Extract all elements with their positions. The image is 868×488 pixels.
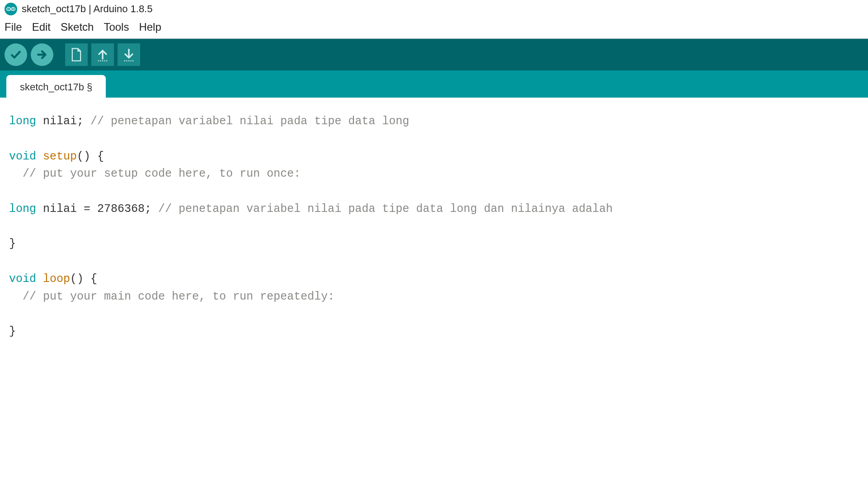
code-comment: // penetapan variabel nilai pada tipe da… — [158, 202, 613, 216]
save-sketch-button[interactable] — [118, 43, 140, 66]
code-text — [36, 272, 43, 286]
code-keyword: long — [9, 202, 36, 216]
toolbar — [0, 39, 868, 70]
window-titlebar: sketch_oct17b | Arduino 1.8.5 — [0, 0, 868, 18]
code-keyword: long — [9, 115, 36, 128]
new-sketch-button[interactable] — [65, 43, 88, 66]
code-function: setup — [43, 150, 77, 163]
upload-button[interactable] — [31, 43, 53, 66]
menu-edit[interactable]: Edit — [32, 21, 51, 33]
code-text: nilai; — [36, 115, 90, 128]
code-text — [36, 150, 43, 163]
code-text: } — [9, 325, 16, 338]
tab-sketch[interactable]: sketch_oct17b § — [6, 75, 106, 98]
code-comment: // put your main code here, to run repea… — [9, 290, 335, 303]
code-text: () { — [77, 150, 104, 163]
menubar: File Edit Sketch Tools Help — [0, 18, 868, 39]
code-keyword: void — [9, 272, 36, 286]
file-icon — [70, 47, 83, 62]
code-text: nilai = 2786368; — [36, 202, 158, 216]
arduino-logo-icon — [5, 3, 17, 15]
code-text: () { — [70, 272, 97, 286]
tabbar: sketch_oct17b § — [0, 70, 868, 98]
code-comment: // put your setup code here, to run once… — [9, 167, 301, 180]
code-editor[interactable]: long nilai; // penetapan variabel nilai … — [0, 98, 868, 356]
open-sketch-button[interactable] — [91, 43, 114, 66]
menu-sketch[interactable]: Sketch — [61, 21, 94, 33]
arrow-down-icon — [123, 47, 135, 62]
verify-button[interactable] — [5, 43, 27, 66]
arrow-up-icon — [96, 47, 109, 62]
menu-help[interactable]: Help — [139, 21, 161, 33]
window-title: sketch_oct17b | Arduino 1.8.5 — [22, 3, 152, 15]
menu-file[interactable]: File — [5, 21, 22, 33]
check-icon — [10, 49, 22, 61]
arrow-right-icon — [36, 49, 48, 61]
code-keyword: void — [9, 150, 36, 163]
menu-tools[interactable]: Tools — [104, 21, 129, 33]
code-function: loop — [43, 272, 70, 286]
code-comment: // penetapan variabel nilai pada tipe da… — [90, 115, 409, 128]
code-text: } — [9, 237, 16, 250]
